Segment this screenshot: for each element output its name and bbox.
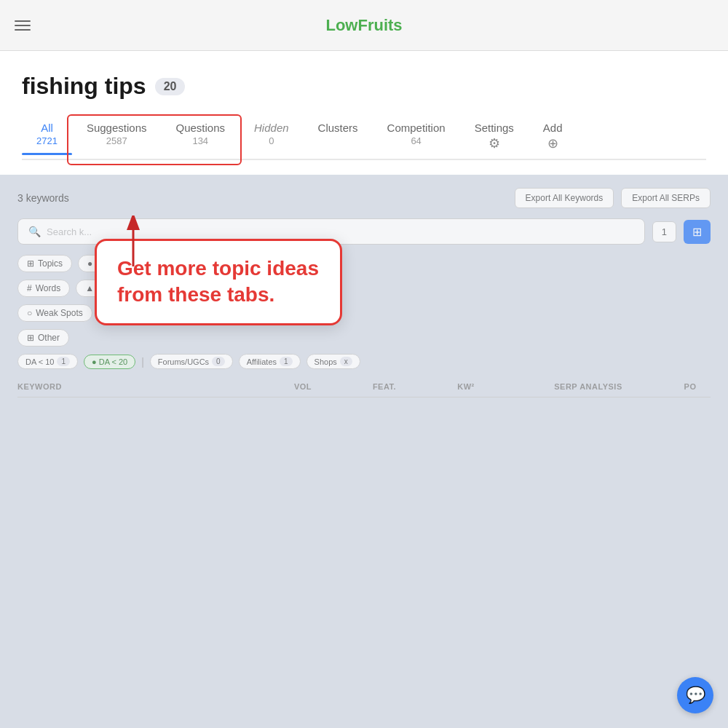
th-keyword: KEYWORD <box>17 382 262 391</box>
tab-competition-label: Competition <box>387 122 446 134</box>
tab-add[interactable]: Add ⊕ <box>529 117 577 159</box>
search-placeholder: Search k... <box>47 226 92 237</box>
search-icon: 🔍 <box>28 226 41 237</box>
logo: LowFruits <box>325 16 402 35</box>
topbar: LowFruits <box>0 0 728 51</box>
tab-suggestions-count: 2587 <box>106 135 127 146</box>
table-header: KEYWORD VOL FEAT. KW² SERP ANALYSIS PO <box>17 376 711 397</box>
chat-icon: 💬 <box>686 686 705 705</box>
da-badge-10[interactable]: DA < 10 1 <box>17 354 78 369</box>
lower-section: 3 keywords Export All Keywords Export Al… <box>0 175 728 728</box>
keywords-bar: 3 keywords Export All Keywords Export Al… <box>17 188 711 208</box>
tabs-row: All 2721 Suggestions 2587 Questions 134 … <box>22 117 706 160</box>
filter-weak-spots[interactable]: ○Weak Spots <box>17 304 92 322</box>
export-buttons: Export All Keywords Export All SERPs <box>515 188 711 208</box>
callout-box: Get more topic ideas from these tabs. <box>95 239 342 325</box>
tab-settings-label: Settings <box>475 122 514 134</box>
tab-hidden-label: Hidden <box>254 122 289 134</box>
logo-low: Low <box>325 16 357 34</box>
tab-clusters[interactable]: Clusters <box>304 117 373 141</box>
logo-fruits: Fruits <box>357 16 402 34</box>
settings-icon: ⚙ <box>488 135 500 151</box>
tab-all[interactable]: All 2721 <box>22 117 72 154</box>
tab-questions-label: Questions <box>175 122 225 134</box>
tab-add-label: Add <box>543 122 563 134</box>
page-title-row: fishing tips 20 <box>22 73 706 100</box>
tab-hidden[interactable]: Hidden 0 <box>240 117 304 154</box>
filter-topics[interactable]: ⊞Topics <box>17 255 72 272</box>
da-badge-forums[interactable]: Forums/UGCs 0 <box>150 354 233 369</box>
grid-view-button[interactable]: ⊞ <box>684 220 711 244</box>
tab-suggestions-label: Suggestions <box>87 122 147 134</box>
tab-suggestions[interactable]: Suggestions 2587 <box>72 117 162 154</box>
th-serp: SERP ANALYSIS <box>507 382 670 391</box>
tab-questions-count: 134 <box>192 135 208 146</box>
page-count-badge: 20 <box>155 78 186 95</box>
filter-words[interactable]: #Words <box>17 280 70 297</box>
page-title: fishing tips <box>22 73 146 100</box>
da-row: DA < 10 1 ● DA < 20 | Forums/UGCs 0 Affi… <box>17 354 711 369</box>
da-divider: | <box>141 356 144 368</box>
tab-all-count: 2721 <box>36 135 58 146</box>
tab-questions[interactable]: Questions 134 <box>161 117 240 154</box>
callout-text: Get more topic ideas from these tabs. <box>117 257 319 306</box>
search-number: 1 <box>652 221 676 242</box>
th-kw: KW² <box>425 382 507 391</box>
menu-button[interactable] <box>15 20 31 31</box>
tab-settings[interactable]: Settings ⚙ <box>460 117 529 159</box>
da-badge-20[interactable]: ● DA < 20 <box>84 355 135 369</box>
main-content: fishing tips 20 All 2721 Suggestions 258… <box>0 51 728 175</box>
tab-hidden-count: 0 <box>269 135 274 146</box>
th-vol: VOL <box>262 382 344 391</box>
tab-clusters-label: Clusters <box>318 122 358 134</box>
th-po: PO <box>670 382 711 391</box>
da-badge-shops[interactable]: Shops x <box>306 354 360 369</box>
tab-all-label: All <box>41 122 53 134</box>
keywords-count: 3 keywords <box>17 192 69 204</box>
tab-competition[interactable]: Competition 64 <box>373 117 460 154</box>
tab-competition-count: 64 <box>411 135 421 146</box>
filter-row-4: ⊞Other <box>17 329 711 347</box>
add-icon: ⊕ <box>547 135 558 151</box>
da-badge-affiliates[interactable]: Affiliates 1 <box>239 354 301 369</box>
chat-bubble-button[interactable]: 💬 <box>677 677 713 713</box>
filter-other[interactable]: ⊞Other <box>17 329 69 347</box>
export-serps-button[interactable]: Export All SERPs <box>621 188 711 208</box>
export-keywords-button[interactable]: Export All Keywords <box>515 188 614 208</box>
th-feat: FEAT. <box>344 382 425 391</box>
